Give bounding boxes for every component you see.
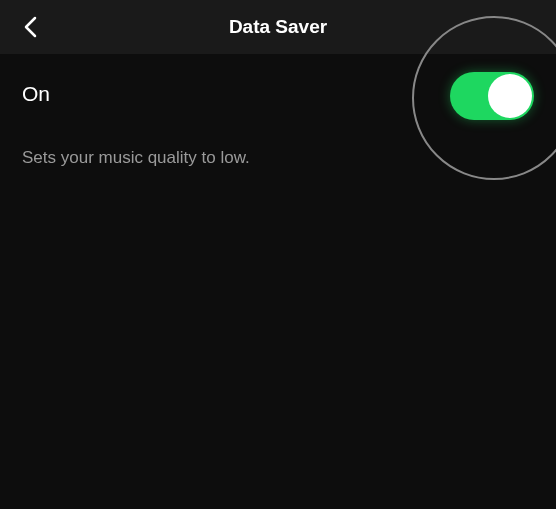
setting-description: Sets your music quality to low. bbox=[22, 148, 534, 168]
content: On Sets your music quality to low. bbox=[0, 54, 556, 196]
back-button[interactable] bbox=[18, 15, 42, 39]
header: Data Saver bbox=[0, 0, 556, 54]
chevron-left-icon bbox=[23, 16, 37, 38]
data-saver-toggle[interactable] bbox=[450, 72, 534, 120]
toggle-container bbox=[450, 72, 534, 120]
page-title: Data Saver bbox=[229, 16, 327, 38]
toggle-knob bbox=[488, 74, 532, 118]
setting-label: On bbox=[22, 82, 50, 106]
